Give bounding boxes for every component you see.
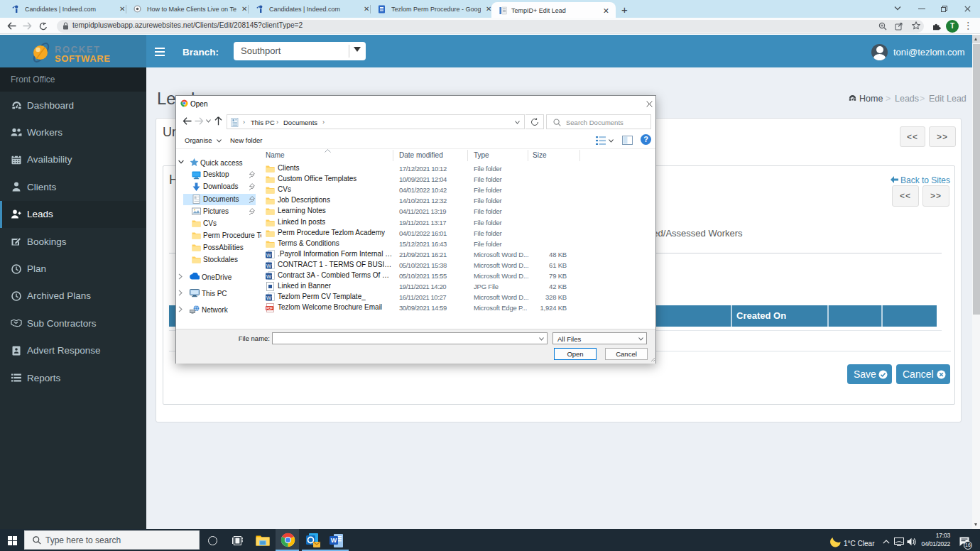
svg-text:W: W	[331, 537, 337, 544]
svg-text:W: W	[266, 273, 272, 280]
svg-text:W: W	[266, 262, 272, 268]
svg-text:W: W	[266, 251, 272, 258]
svg-text:W: W	[266, 295, 272, 301]
svg-text:PDF: PDF	[266, 307, 273, 310]
